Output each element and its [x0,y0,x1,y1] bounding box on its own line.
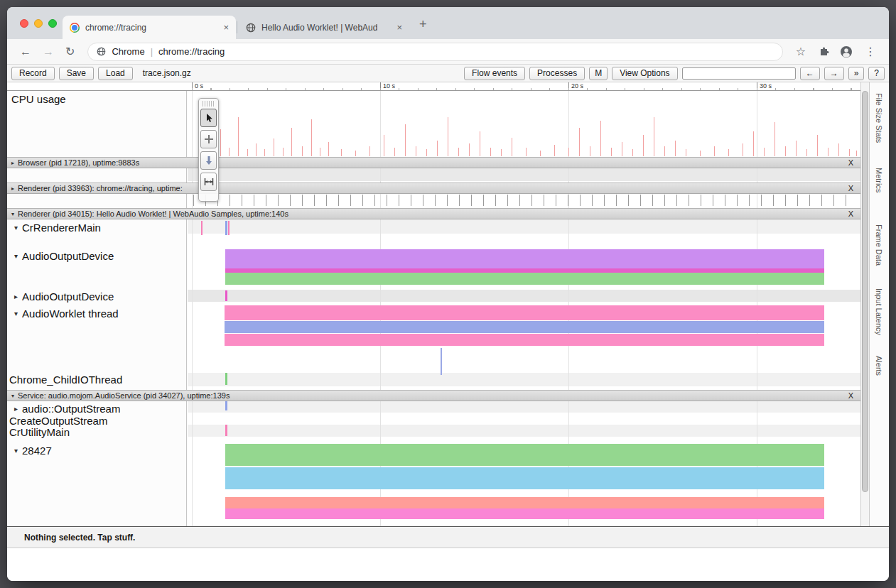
process-header-renderer-tracing[interactable]: ▸ Renderer (pid 33963): chrome://tracing… [7,183,860,194]
thread-label-createoutputstream[interactable]: CreateOutputStream [9,415,107,427]
timing-mode-button[interactable] [200,173,217,191]
trace-slice-audio-output-device-bottom[interactable] [225,273,824,285]
trace-slice-audio-worklet-top[interactable] [225,305,824,320]
trace-event-tick[interactable] [193,195,194,206]
omnibox-url[interactable]: chrome://tracing [158,46,225,57]
page-info-icon[interactable] [97,47,106,56]
collapse-arrow-icon[interactable]: ▾ [11,211,14,217]
tab-frame-data[interactable]: Frame Data [875,224,883,266]
trace-event-tick[interactable] [773,195,774,206]
tab-metrics[interactable]: Metrics [875,168,883,192]
trace-event-tick[interactable] [797,195,798,206]
collapse-arrow-icon[interactable]: ▾ [14,224,18,232]
trace-mark[interactable] [225,290,227,301]
trace-event-tick[interactable] [701,195,701,206]
find-next-button[interactable]: → [824,67,844,80]
trace-event-tick[interactable] [676,195,677,206]
trace-mark[interactable] [225,425,227,436]
collapse-arrow-icon[interactable]: ▸ [11,160,14,166]
trace-event-tick[interactable] [242,195,242,206]
trace-event-tick[interactable] [749,195,750,206]
trace-event-tick[interactable] [338,195,339,206]
find-input[interactable] [682,67,796,80]
trace-event-tick[interactable] [640,195,641,206]
profile-avatar-icon[interactable] [841,46,852,58]
trace-event-tick[interactable] [616,195,617,206]
back-icon[interactable]: ← [14,45,37,58]
palette-drag-handle[interactable] [203,101,215,107]
collapse-arrow-icon[interactable]: ▸ [14,405,18,413]
zoom-mode-button[interactable] [200,151,217,170]
flow-events-button[interactable]: Flow events [464,67,525,80]
trace-event-tick[interactable] [689,195,689,206]
collapse-arrow-icon[interactable]: ▾ [11,393,14,399]
trace-event-tick[interactable] [302,195,303,206]
close-track-button[interactable]: X [848,184,853,192]
trace-slice-audio-worklet-mid[interactable] [225,321,824,333]
extension-puzzle-icon[interactable] [819,46,829,57]
m-button[interactable]: M [589,67,608,80]
close-track-button[interactable]: X [848,209,853,218]
trace-event-tick[interactable] [314,195,315,206]
trace-event-tick[interactable] [399,195,399,206]
trace-mark[interactable] [228,221,230,235]
browser-menu-icon[interactable]: ⋮ [859,45,882,58]
trace-event-tick[interactable] [519,195,520,206]
reload-icon[interactable]: ↻ [60,45,80,58]
process-header-browser[interactable]: ▸ Browser (pid 17218), uptime:9883s X [7,157,860,168]
close-track-button[interactable]: X [848,158,853,167]
pan-mode-button[interactable] [200,130,217,148]
vertical-scrollbar[interactable] [860,82,869,526]
trace-event-tick[interactable] [580,195,581,206]
trace-event-tick[interactable] [785,195,786,206]
find-prev-button[interactable]: ← [800,67,820,80]
close-track-button[interactable]: X [848,391,853,400]
trace-event-tick[interactable] [592,195,593,206]
load-button[interactable]: Load [98,67,133,80]
trace-mark[interactable] [225,373,227,385]
selection-mode-button[interactable] [200,109,217,127]
thread-label-audioworklet[interactable]: ▾ AudioWorklet thread [14,307,119,320]
new-tab-button[interactable]: + [419,17,427,32]
window-close-button[interactable] [20,19,28,28]
tab-webaudio[interactable]: Hello Audio Worklet! | WebAud × [239,16,409,39]
trace-event-tick[interactable] [737,195,738,206]
thread-label-audio-outputstream[interactable]: ▸ audio::OutputStream [14,403,120,415]
thread-label-crutilitymain[interactable]: CrUtilityMain [9,426,70,438]
tab-alerts[interactable]: Alerts [875,356,883,376]
trace-event-tick[interactable] [556,195,556,206]
save-button[interactable]: Save [59,67,94,80]
collapse-arrow-icon[interactable]: ▸ [14,293,18,300]
record-button[interactable]: Record [11,67,55,80]
collapse-arrow-icon[interactable]: ▾ [14,252,18,260]
collapse-arrow-icon[interactable]: ▸ [11,185,14,192]
trace-event-tick[interactable] [713,195,713,206]
trace-event-tick[interactable] [568,195,568,206]
trace-event-tick[interactable] [846,195,846,206]
omnibox[interactable]: Chrome | chrome://tracing [87,43,782,61]
overflow-button[interactable]: » [848,67,865,80]
trace-event-tick[interactable] [821,195,822,206]
thread-label-audiooutputdevice-1[interactable]: ▾ AudioOutputDevice [14,250,114,262]
processes-button[interactable]: Processes [529,67,585,80]
collapse-arrow-icon[interactable]: ▾ [14,447,18,454]
trace-event-tick[interactable] [725,195,725,206]
trace-slice-audio-worklet-bottom[interactable] [225,334,824,346]
process-header-renderer-audio[interactable]: ▾ Renderer (pid 34015): Hello Audio Work… [7,208,860,219]
trace-mark[interactable] [225,401,227,410]
trace-event-tick[interactable] [833,195,834,206]
trace-event-tick[interactable] [483,195,484,206]
trace-event-tick[interactable] [278,195,279,206]
bookmark-star-icon[interactable]: ☆ [790,45,811,58]
thread-label-chrome-child-io[interactable]: Chrome_ChildIOThread [9,374,122,386]
trace-event-tick[interactable] [411,195,411,206]
trace-event-tick[interactable] [326,195,327,206]
trace-slice-pid28427-pink[interactable] [225,508,824,519]
scrollbar-thumb[interactable] [862,91,868,492]
trace-event-tick[interactable] [531,195,532,206]
trace-slice-pid28427-green[interactable] [225,444,824,466]
trace-mark[interactable] [201,221,203,235]
trace-event-tick[interactable] [290,195,291,206]
process-header-audio-service[interactable]: ▾ Service: audio.mojom.AudioService (pid… [7,390,860,401]
tab-input-latency[interactable]: Input Latency [875,288,883,335]
